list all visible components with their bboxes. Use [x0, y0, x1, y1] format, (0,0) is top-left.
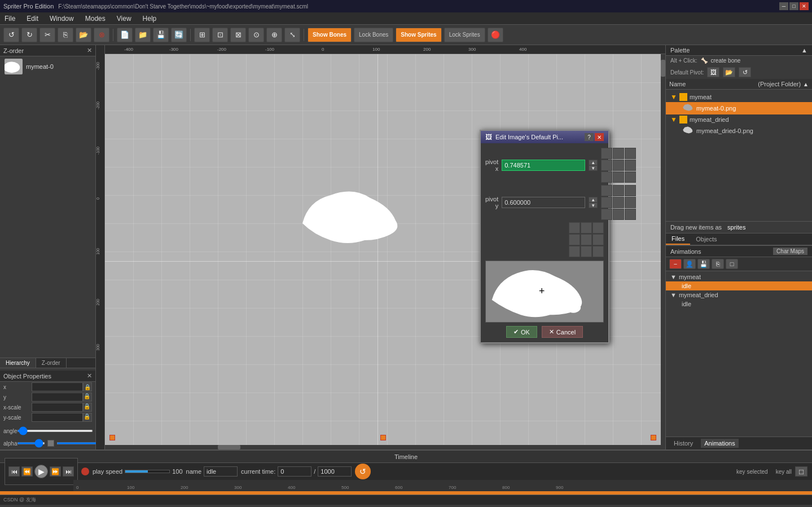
dialog-close-button[interactable]: ✕: [595, 133, 604, 141]
grid2-bl[interactable]: [601, 209, 612, 220]
grid-bc[interactable]: [613, 171, 624, 183]
pivot-y-input[interactable]: [502, 197, 585, 208]
pivot-y-up[interactable]: ▲: [589, 197, 598, 202]
pivot-x-spinner: ▲ ▼: [589, 160, 598, 171]
grid3-mr[interactable]: [592, 234, 604, 245]
dialog-overlay: 🖼 Edit Image's Default Pi... ? ✕ pivot x…: [0, 0, 812, 507]
pivot-y-label: pivot y: [485, 196, 498, 209]
pivot-x-grid: [601, 148, 636, 183]
cancel-x-icon: ✕: [549, 328, 554, 336]
grid-tc[interactable]: [613, 148, 624, 159]
dialog-action-buttons: ✔ OK ✕ Cancel: [485, 326, 604, 338]
pivot-y-down[interactable]: ▼: [589, 202, 598, 208]
dialog-help-button[interactable]: ?: [585, 133, 594, 141]
ok-check-icon: ✔: [513, 328, 519, 336]
grid2-br[interactable]: [625, 209, 636, 220]
dialog-preview[interactable]: +: [485, 261, 604, 323]
extra-grid-row: [485, 222, 604, 257]
grid2-mc[interactable]: [613, 197, 624, 208]
dialog-icon: 🖼: [485, 133, 492, 141]
grid2-tr[interactable]: [625, 185, 636, 196]
grid3-ml[interactable]: [569, 234, 580, 245]
grid3-tl[interactable]: [569, 222, 580, 233]
svg-text:+: +: [539, 285, 545, 297]
grid-br[interactable]: [625, 171, 636, 183]
dialog-buttons-title: ? ✕: [585, 133, 604, 141]
dialog-body: pivot x ▲ ▼: [481, 143, 608, 342]
pivot-x-row: pivot x ▲ ▼: [485, 148, 604, 183]
grid3-tr[interactable]: [592, 222, 604, 233]
pivot-y-spinner: ▲ ▼: [589, 197, 598, 208]
dialog-ok-button[interactable]: ✔ OK: [506, 326, 537, 338]
pivot-x-up[interactable]: ▲: [589, 160, 598, 165]
pivot-x-input[interactable]: [502, 160, 585, 171]
grid3-mc[interactable]: [581, 234, 592, 245]
pivot-x-label: pivot x: [485, 158, 498, 172]
grid3-bl[interactable]: [569, 246, 580, 257]
dialog-cancel-button[interactable]: ✕ Cancel: [542, 326, 583, 338]
cancel-label: Cancel: [556, 329, 576, 336]
preview-svg: +: [486, 261, 603, 322]
grid-tr[interactable]: [625, 148, 636, 159]
grid2-mr[interactable]: [625, 197, 636, 208]
pivot-x-down[interactable]: ▼: [589, 165, 598, 171]
dialog-title-text: Edit Image's Default Pi...: [495, 134, 563, 140]
grid-ml[interactable]: [601, 160, 612, 171]
ok-label: OK: [521, 329, 530, 336]
grid3-tc[interactable]: [581, 222, 592, 233]
grid2-tc[interactable]: [613, 185, 624, 196]
edit-pivot-dialog: 🖼 Edit Image's Default Pi... ? ✕ pivot x…: [480, 130, 609, 343]
grid2-ml[interactable]: [601, 197, 612, 208]
grid-tl[interactable]: [601, 148, 612, 159]
grid2-bc[interactable]: [613, 209, 624, 220]
pivot-y-grid: [601, 185, 636, 220]
grid3-bc[interactable]: [581, 246, 592, 257]
grid-mc[interactable]: [613, 160, 624, 171]
pivot-extra-grid: [569, 222, 604, 257]
dialog-titlebar: 🖼 Edit Image's Default Pi... ? ✕: [481, 131, 608, 143]
grid-mr[interactable]: [625, 160, 636, 171]
pivot-y-row: pivot y ▲ ▼: [485, 185, 604, 220]
grid-bl[interactable]: [601, 171, 612, 183]
grid2-tl[interactable]: [601, 185, 612, 196]
grid3-br[interactable]: [592, 246, 604, 257]
